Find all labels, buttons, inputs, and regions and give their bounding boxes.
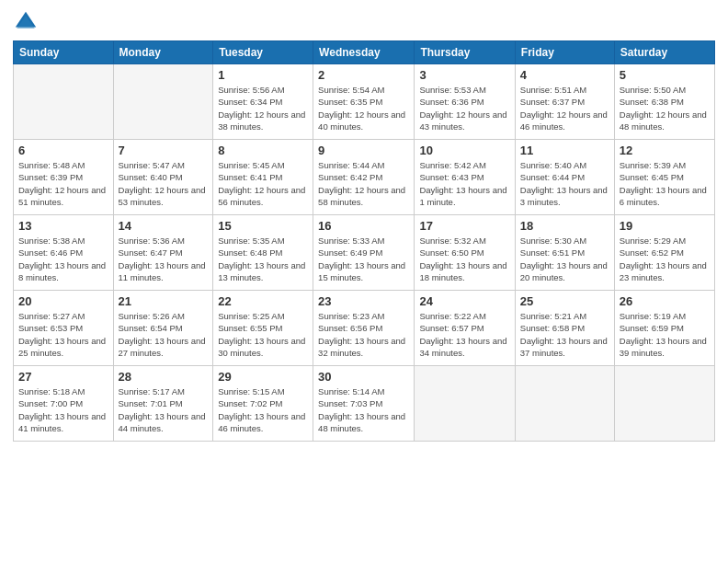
day-cell [515, 366, 614, 442]
logo [13, 9, 42, 35]
day-number: 5 [620, 68, 710, 82]
day-number: 7 [119, 144, 209, 157]
day-info: Sunrise: 5:14 AM Sunset: 7:03 PM Dayligh… [318, 385, 409, 434]
day-info: Sunrise: 5:51 AM Sunset: 6:37 PM Dayligh… [520, 84, 609, 132]
day-cell: 28Sunrise: 5:17 AM Sunset: 7:01 PM Dayli… [113, 366, 213, 442]
weekday-header-tuesday: Tuesday [213, 41, 313, 64]
day-number: 29 [218, 370, 308, 384]
day-info: Sunrise: 5:54 AM Sunset: 6:35 PM Dayligh… [318, 84, 409, 132]
day-cell: 3Sunrise: 5:53 AM Sunset: 6:36 PM Daylig… [415, 64, 515, 140]
day-info: Sunrise: 5:21 AM Sunset: 6:58 PM Dayligh… [520, 310, 609, 359]
day-cell [614, 366, 714, 442]
weekday-header-wednesday: Wednesday [313, 41, 415, 64]
day-cell: 22Sunrise: 5:25 AM Sunset: 6:55 PM Dayli… [213, 291, 313, 366]
day-info: Sunrise: 5:17 AM Sunset: 7:01 PM Dayligh… [119, 385, 209, 434]
day-info: Sunrise: 5:47 AM Sunset: 6:40 PM Dayligh… [119, 159, 209, 208]
day-cell: 16Sunrise: 5:33 AM Sunset: 6:49 PM Dayli… [313, 215, 415, 291]
day-cell: 10Sunrise: 5:42 AM Sunset: 6:43 PM Dayli… [415, 140, 515, 215]
day-number: 26 [620, 294, 710, 308]
day-cell: 20Sunrise: 5:27 AM Sunset: 6:53 PM Dayli… [14, 291, 114, 366]
header [13, 9, 715, 35]
week-row-4: 27Sunrise: 5:18 AM Sunset: 7:00 PM Dayli… [14, 366, 715, 442]
day-number: 18 [520, 219, 609, 233]
day-cell: 24Sunrise: 5:22 AM Sunset: 6:57 PM Dayli… [415, 291, 515, 366]
day-number: 22 [218, 294, 308, 308]
day-info: Sunrise: 5:25 AM Sunset: 6:55 PM Dayligh… [218, 310, 308, 359]
day-info: Sunrise: 5:50 AM Sunset: 6:38 PM Dayligh… [620, 84, 710, 132]
day-number: 17 [419, 219, 509, 233]
day-cell: 1Sunrise: 5:56 AM Sunset: 6:34 PM Daylig… [213, 64, 313, 140]
day-info: Sunrise: 5:23 AM Sunset: 6:56 PM Dayligh… [318, 310, 409, 359]
day-info: Sunrise: 5:15 AM Sunset: 7:02 PM Dayligh… [218, 385, 308, 434]
day-number: 28 [119, 370, 209, 384]
day-number: 8 [218, 144, 308, 157]
day-cell: 5Sunrise: 5:50 AM Sunset: 6:38 PM Daylig… [614, 64, 714, 140]
day-number: 30 [318, 370, 409, 384]
calendar-table: SundayMondayTuesdayWednesdayThursdayFrid… [13, 40, 715, 442]
day-number: 23 [318, 294, 409, 308]
day-info: Sunrise: 5:53 AM Sunset: 6:36 PM Dayligh… [419, 84, 509, 132]
day-number: 9 [318, 144, 409, 157]
day-cell: 9Sunrise: 5:44 AM Sunset: 6:42 PM Daylig… [313, 140, 415, 215]
week-row-0: 1Sunrise: 5:56 AM Sunset: 6:34 PM Daylig… [14, 64, 715, 140]
weekday-header-thursday: Thursday [415, 41, 515, 64]
day-info: Sunrise: 5:32 AM Sunset: 6:50 PM Dayligh… [419, 235, 509, 283]
day-info: Sunrise: 5:48 AM Sunset: 6:39 PM Dayligh… [18, 159, 108, 208]
day-info: Sunrise: 5:22 AM Sunset: 6:57 PM Dayligh… [419, 310, 509, 359]
day-cell: 19Sunrise: 5:29 AM Sunset: 6:52 PM Dayli… [614, 215, 714, 291]
weekday-header-row: SundayMondayTuesdayWednesdayThursdayFrid… [14, 41, 715, 64]
main-container: SundayMondayTuesdayWednesdayThursdayFrid… [0, 0, 728, 563]
day-number: 15 [218, 219, 308, 233]
day-number: 3 [419, 68, 509, 82]
day-cell [415, 366, 515, 442]
day-info: Sunrise: 5:39 AM Sunset: 6:45 PM Dayligh… [620, 159, 710, 208]
day-number: 21 [119, 294, 209, 308]
day-cell: 12Sunrise: 5:39 AM Sunset: 6:45 PM Dayli… [614, 140, 714, 215]
weekday-header-saturday: Saturday [614, 41, 714, 64]
day-number: 25 [520, 294, 609, 308]
day-number: 24 [419, 294, 509, 308]
day-number: 13 [18, 219, 108, 233]
day-cell: 8Sunrise: 5:45 AM Sunset: 6:41 PM Daylig… [213, 140, 313, 215]
day-cell: 21Sunrise: 5:26 AM Sunset: 6:54 PM Dayli… [113, 291, 213, 366]
day-info: Sunrise: 5:27 AM Sunset: 6:53 PM Dayligh… [18, 310, 108, 359]
day-cell: 27Sunrise: 5:18 AM Sunset: 7:00 PM Dayli… [14, 366, 114, 442]
day-info: Sunrise: 5:36 AM Sunset: 6:47 PM Dayligh… [119, 235, 209, 283]
day-cell: 26Sunrise: 5:19 AM Sunset: 6:59 PM Dayli… [614, 291, 714, 366]
day-number: 14 [119, 219, 209, 233]
day-number: 27 [18, 370, 108, 384]
day-info: Sunrise: 5:42 AM Sunset: 6:43 PM Dayligh… [419, 159, 509, 208]
day-info: Sunrise: 5:30 AM Sunset: 6:51 PM Dayligh… [520, 235, 609, 283]
day-info: Sunrise: 5:44 AM Sunset: 6:42 PM Dayligh… [318, 159, 409, 208]
weekday-header-sunday: Sunday [14, 41, 114, 64]
weekday-header-monday: Monday [113, 41, 213, 64]
weekday-header-friday: Friday [515, 41, 614, 64]
day-cell: 4Sunrise: 5:51 AM Sunset: 6:37 PM Daylig… [515, 64, 614, 140]
day-number: 10 [419, 144, 509, 157]
day-cell: 25Sunrise: 5:21 AM Sunset: 6:58 PM Dayli… [515, 291, 614, 366]
week-row-3: 20Sunrise: 5:27 AM Sunset: 6:53 PM Dayli… [14, 291, 715, 366]
day-cell: 29Sunrise: 5:15 AM Sunset: 7:02 PM Dayli… [213, 366, 313, 442]
day-cell: 7Sunrise: 5:47 AM Sunset: 6:40 PM Daylig… [113, 140, 213, 215]
week-row-2: 13Sunrise: 5:38 AM Sunset: 6:46 PM Dayli… [14, 215, 715, 291]
day-cell: 11Sunrise: 5:40 AM Sunset: 6:44 PM Dayli… [515, 140, 614, 215]
day-number: 4 [520, 68, 609, 82]
day-number: 20 [18, 294, 108, 308]
day-cell: 13Sunrise: 5:38 AM Sunset: 6:46 PM Dayli… [14, 215, 114, 291]
day-info: Sunrise: 5:35 AM Sunset: 6:48 PM Dayligh… [218, 235, 308, 283]
day-number: 19 [620, 219, 710, 233]
day-number: 16 [318, 219, 409, 233]
day-info: Sunrise: 5:38 AM Sunset: 6:46 PM Dayligh… [18, 235, 108, 283]
day-cell: 14Sunrise: 5:36 AM Sunset: 6:47 PM Dayli… [113, 215, 213, 291]
day-number: 1 [218, 68, 308, 82]
day-cell: 15Sunrise: 5:35 AM Sunset: 6:48 PM Dayli… [213, 215, 313, 291]
day-cell [113, 64, 213, 140]
day-info: Sunrise: 5:45 AM Sunset: 6:41 PM Dayligh… [218, 159, 308, 208]
day-number: 12 [620, 144, 710, 157]
day-cell [14, 64, 114, 140]
day-number: 6 [18, 144, 108, 157]
day-cell: 17Sunrise: 5:32 AM Sunset: 6:50 PM Dayli… [415, 215, 515, 291]
day-info: Sunrise: 5:18 AM Sunset: 7:00 PM Dayligh… [18, 385, 108, 434]
day-number: 2 [318, 68, 409, 82]
day-info: Sunrise: 5:26 AM Sunset: 6:54 PM Dayligh… [119, 310, 209, 359]
